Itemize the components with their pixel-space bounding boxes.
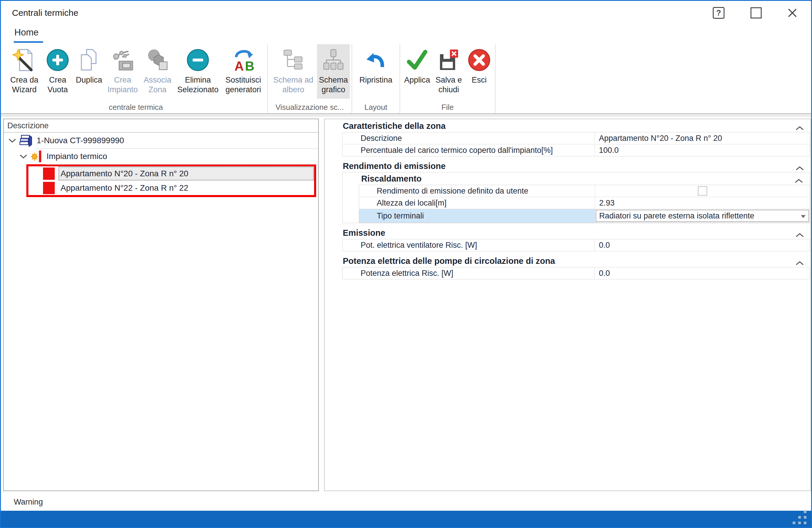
section-rows: Pot. elettrica ventilatore Risc. [W] 0.0 bbox=[342, 239, 810, 251]
check-icon bbox=[404, 47, 430, 73]
resize-grip[interactable] bbox=[804, 522, 807, 524]
chevron-down-icon[interactable] bbox=[7, 138, 18, 143]
schema-grafico-button[interactable]: Schemagrafico bbox=[317, 44, 350, 99]
button-label: Esci bbox=[472, 75, 487, 85]
subsection-rows: Rendimento di emissione definito da uten… bbox=[359, 185, 810, 223]
section-title: Potenza elettrica delle pompe di circola… bbox=[343, 256, 555, 266]
button-label: Salva e bbox=[436, 75, 462, 85]
close-icon bbox=[786, 7, 799, 19]
group-label-file: File bbox=[402, 101, 493, 113]
group-label-layout: Layout bbox=[354, 101, 398, 113]
esci-button[interactable]: Esci bbox=[465, 44, 493, 99]
ribbon-tab-row: Home bbox=[1, 24, 811, 44]
ribbon-group-visualizzazione: Schema adalbero bbox=[268, 44, 352, 113]
tree-column-header: Descrizione bbox=[4, 119, 318, 133]
thermal-plant-icon bbox=[30, 150, 42, 163]
section-potenza-pompe: Potenza elettrica delle pompe di circola… bbox=[324, 255, 811, 280]
chevron-up-icon[interactable] bbox=[795, 163, 804, 173]
svg-text:B: B bbox=[245, 59, 255, 72]
property-label: Descrizione bbox=[343, 132, 595, 144]
chevron-up-icon[interactable] bbox=[795, 176, 803, 186]
property-value-field bbox=[595, 185, 810, 197]
crea-da-wizard-button[interactable]: Crea daWizard bbox=[6, 44, 42, 99]
title-bar: Centrali termiche ? bbox=[1, 1, 811, 24]
group-label-visualizzazione: Visualizzazione sc... bbox=[270, 101, 350, 113]
section-title: Emissione bbox=[343, 228, 385, 238]
salva-e-chiudi-button[interactable]: Salva echiudi bbox=[432, 44, 465, 99]
property-label: Percentuale del carico termico coperto d… bbox=[343, 144, 595, 156]
property-value: 0.0 bbox=[599, 241, 610, 250]
save-close-icon bbox=[436, 47, 462, 73]
schema-ad-albero-button[interactable]: Schema adalbero bbox=[270, 44, 317, 99]
elimina-selezionato-button[interactable]: EliminaSelezionato bbox=[175, 44, 221, 99]
tree-panel: Descrizione 1-Nuova CT-999899990 bbox=[3, 118, 319, 491]
button-label: Elimina bbox=[177, 75, 218, 85]
remove-circle-icon bbox=[185, 47, 211, 73]
section-header[interactable]: Rendimento di emissione bbox=[324, 160, 811, 172]
replace-ab-icon: A B bbox=[230, 47, 256, 73]
maximize-button[interactable] bbox=[748, 5, 764, 20]
zone-red-icon bbox=[43, 168, 55, 180]
tree-node-label: Appartamento N°22 - Zona R n° 22 bbox=[58, 181, 314, 195]
property-value: Radiatori su parete esterna isolata rifl… bbox=[599, 211, 754, 220]
section-header[interactable]: Caratteristiche della zona bbox=[324, 120, 811, 132]
property-value-field[interactable]: Appartamento N°20 - Zona R n° 20 bbox=[595, 132, 810, 144]
button-label: Crea bbox=[47, 75, 68, 85]
subsection-riscaldamento: Riscaldamento Rendimento di emissione de… bbox=[342, 172, 810, 223]
sostituisci-generatori-button[interactable]: A B Sostituiscigeneratori bbox=[221, 44, 265, 99]
chevron-up-icon[interactable] bbox=[795, 258, 804, 268]
graphic-schema-icon bbox=[320, 47, 346, 73]
crea-impianto-button[interactable]: CreaImpianto bbox=[105, 44, 140, 99]
duplica-button[interactable]: Duplica bbox=[73, 44, 105, 99]
applica-button[interactable]: Applica bbox=[402, 44, 432, 99]
tree-node-label: Impianto termico bbox=[45, 148, 318, 165]
help-button[interactable]: ? bbox=[710, 5, 727, 20]
tipo-terminali-dropdown[interactable]: Radiatori su parete esterna isolata rifl… bbox=[595, 209, 810, 223]
tab-home[interactable]: Home bbox=[14, 27, 39, 38]
add-circle-icon bbox=[45, 47, 71, 73]
property-row-tipo-terminali: Tipo terminali Radiatori su parete ester… bbox=[359, 209, 810, 223]
wizard-document-icon bbox=[11, 47, 37, 73]
tree-node-label: 1-Nuova CT-999899990 bbox=[35, 133, 318, 149]
ribbon-splitter bbox=[1, 113, 811, 117]
section-header[interactable]: Emissione bbox=[324, 227, 811, 239]
user-defined-emission-checkbox[interactable] bbox=[698, 186, 707, 196]
duplicate-documents-icon bbox=[76, 47, 102, 73]
tree-node-centrale[interactable]: 1-Nuova CT-999899990 bbox=[4, 133, 318, 148]
button-label: Duplica bbox=[76, 75, 102, 85]
ripristina-button[interactable]: Ripristina bbox=[354, 44, 398, 99]
property-value-field[interactable]: 0.0 bbox=[595, 239, 810, 251]
tab-active-underline bbox=[14, 41, 43, 43]
ribbon-toolbar: Crea daWizard CreaVuota bbox=[1, 44, 811, 113]
property-row-pot-ventilatore: Pot. elettrica ventilatore Risc. [W] 0.0 bbox=[343, 239, 810, 251]
chevron-up-icon[interactable] bbox=[795, 230, 804, 240]
subsection-header[interactable]: Riscaldamento bbox=[343, 172, 810, 185]
property-panel: Caratteristiche della zona Descrizione A… bbox=[324, 118, 811, 491]
button-label: Ripristina bbox=[360, 75, 393, 85]
associa-zona-button[interactable]: AssociaZona bbox=[140, 44, 175, 99]
tree-node-appartamento-20[interactable]: Appartamento N°20 - Zona R n° 20 bbox=[28, 166, 314, 181]
button-label: Vuota bbox=[47, 85, 68, 95]
dropdown-arrow-icon[interactable] bbox=[800, 211, 806, 220]
property-value-field[interactable]: 0.0 bbox=[595, 267, 810, 279]
section-header[interactable]: Potenza elettrica delle pompe di circola… bbox=[324, 255, 811, 267]
chevron-down-icon[interactable] bbox=[18, 154, 29, 159]
section-rows: Potenza elettrica Risc. [W] 0.0 bbox=[342, 267, 810, 280]
crea-vuota-button[interactable]: CreaVuota bbox=[42, 44, 73, 99]
property-value-field[interactable]: 2.93 bbox=[595, 197, 810, 209]
section-caratteristiche: Caratteristiche della zona Descrizione A… bbox=[324, 120, 811, 156]
chevron-up-icon[interactable] bbox=[795, 123, 804, 133]
property-value-field[interactable]: 100.0 bbox=[595, 144, 810, 156]
section-title: Caratteristiche della zona bbox=[343, 121, 446, 131]
group-buttons: Schema adalbero bbox=[270, 44, 350, 101]
tree-node-impianto[interactable]: Impianto termico bbox=[4, 148, 318, 164]
close-button[interactable] bbox=[784, 5, 801, 20]
property-row-potenza-risc: Potenza elettrica Risc. [W] 0.0 bbox=[343, 267, 810, 279]
tree-node-appartamento-22[interactable]: Appartamento N°22 - Zona R n° 22 bbox=[28, 181, 314, 195]
button-label: albero bbox=[273, 85, 314, 95]
group-buttons: Crea daWizard CreaVuota bbox=[6, 44, 265, 101]
plant-machine-icon bbox=[110, 47, 135, 73]
ribbon-group-centrale-termica: Crea daWizard CreaVuota bbox=[4, 44, 268, 113]
button-label: Applica bbox=[404, 75, 430, 85]
bottom-accent-bar bbox=[1, 511, 811, 527]
